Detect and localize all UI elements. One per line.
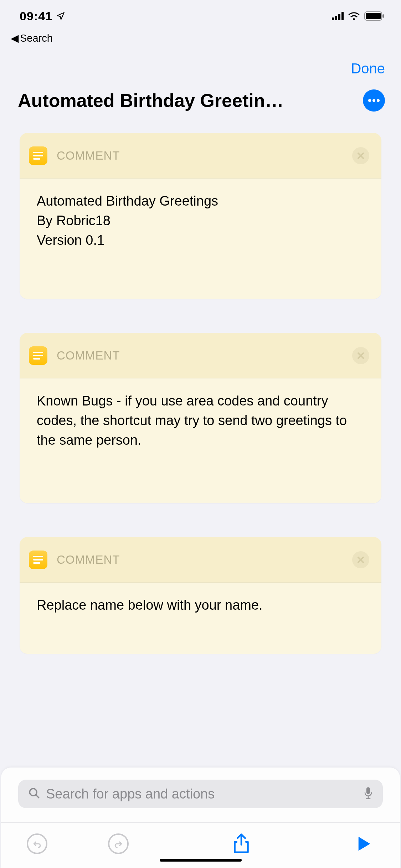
comment-action-card[interactable]: COMMENT Known Bugs - if you use area cod… xyxy=(20,333,381,503)
wifi-icon xyxy=(348,11,360,21)
card-header-label: COMMENT xyxy=(57,349,352,362)
page-title: Automated Birthday Greetin… xyxy=(18,90,357,111)
comment-text[interactable]: Known Bugs - if you use area codes and c… xyxy=(20,378,381,503)
breadcrumb-back[interactable]: ◀ Search xyxy=(0,32,401,51)
comment-action-card[interactable]: COMMENT Replace name below with your nam… xyxy=(20,537,381,654)
redo-button[interactable] xyxy=(108,833,129,854)
comment-text[interactable]: Automated Birthday Greetings By Robric18… xyxy=(20,179,381,299)
action-search-panel xyxy=(1,768,400,868)
card-header-label: COMMENT xyxy=(57,149,352,162)
more-options-button[interactable] xyxy=(363,89,385,112)
comment-icon xyxy=(29,346,47,365)
status-time-group: 09:41 xyxy=(20,9,65,23)
ellipsis-icon xyxy=(368,99,380,102)
search-input[interactable] xyxy=(46,786,358,802)
svg-rect-13 xyxy=(33,559,43,560)
card-header: COMMENT xyxy=(20,537,381,583)
svg-rect-6 xyxy=(33,152,43,153)
svg-line-16 xyxy=(36,795,39,798)
comment-icon xyxy=(29,551,47,569)
card-header: COMMENT xyxy=(20,333,381,378)
cellular-signal-icon xyxy=(332,12,344,20)
svg-rect-8 xyxy=(33,158,40,160)
status-right-group xyxy=(332,11,385,21)
svg-rect-14 xyxy=(33,562,40,564)
svg-point-3 xyxy=(368,99,371,102)
search-icon xyxy=(28,787,40,801)
comment-icon xyxy=(29,146,47,165)
run-button[interactable] xyxy=(354,833,374,854)
undo-icon xyxy=(32,838,42,849)
status-time: 09:41 xyxy=(20,9,52,23)
search-field-wrap[interactable] xyxy=(18,780,383,808)
svg-point-4 xyxy=(372,99,375,102)
svg-rect-9 xyxy=(33,352,43,353)
comment-action-card[interactable]: COMMENT Automated Birthday Greetings By … xyxy=(20,133,381,299)
dictation-icon[interactable] xyxy=(364,787,373,801)
svg-rect-11 xyxy=(33,358,40,360)
delete-action-button[interactable] xyxy=(352,347,369,364)
svg-rect-12 xyxy=(33,556,43,557)
undo-button[interactable] xyxy=(27,833,47,854)
svg-rect-7 xyxy=(33,155,43,156)
svg-rect-1 xyxy=(366,13,381,19)
home-indicator[interactable] xyxy=(160,859,242,862)
delete-action-button[interactable] xyxy=(352,147,369,164)
close-icon xyxy=(357,352,365,360)
share-button[interactable] xyxy=(231,833,252,854)
card-header-label: COMMENT xyxy=(57,553,352,567)
nav-bar: Done xyxy=(0,51,401,89)
svg-rect-10 xyxy=(33,355,43,356)
redo-icon xyxy=(113,838,124,849)
status-bar: 09:41 xyxy=(0,0,401,32)
svg-rect-2 xyxy=(382,14,384,18)
back-triangle-icon: ◀ xyxy=(11,32,19,44)
share-icon xyxy=(233,833,250,854)
svg-rect-17 xyxy=(366,787,370,794)
delete-action-button[interactable] xyxy=(352,551,369,568)
svg-point-5 xyxy=(377,99,380,102)
title-row: Automated Birthday Greetin… xyxy=(0,89,401,133)
done-button[interactable]: Done xyxy=(351,61,385,77)
close-icon xyxy=(357,152,365,160)
action-list: COMMENT Automated Birthday Greetings By … xyxy=(0,133,401,654)
play-icon xyxy=(356,835,372,852)
location-services-icon xyxy=(56,11,65,21)
battery-icon xyxy=(364,11,385,21)
comment-text[interactable]: Replace name below with your name. xyxy=(20,583,381,654)
card-header: COMMENT xyxy=(20,133,381,179)
back-label: Search xyxy=(20,32,53,44)
close-icon xyxy=(357,556,365,564)
